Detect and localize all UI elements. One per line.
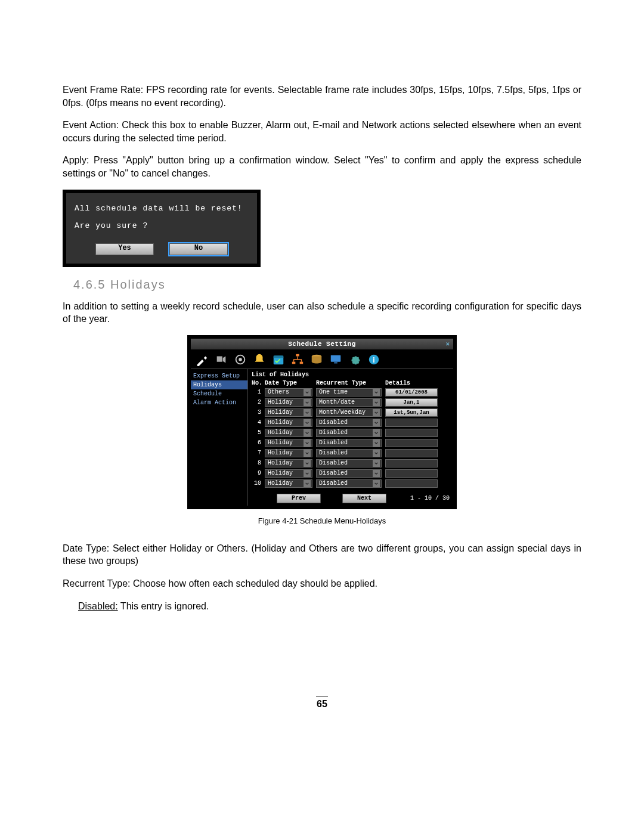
info-icon[interactable]: i [367,353,380,366]
details-button[interactable]: Jan,1 [385,398,438,407]
recurrent-type-dropdown[interactable]: Disabled [316,429,382,437]
recurrent-type-dropdown[interactable]: Month/date [316,398,382,407]
row-no: 7 [252,450,261,456]
row-no: 8 [252,460,261,466]
page-info: 1 - 10 / 30 [410,495,450,501]
paragraph-event-frame-rate: Event Frame Rate: FPS recording rate for… [63,83,581,109]
paragraph-recurrent-type: Recurrent Type: Choose how often each sc… [63,577,581,590]
chevron-down-icon [304,409,311,416]
list-title: List of Holidays [252,371,450,378]
svg-rect-5 [292,361,296,364]
recurrent-type-dropdown[interactable]: One time [316,388,382,397]
camera-icon[interactable] [215,353,228,366]
page-number: 65 [317,699,327,709]
header-details: Details [385,380,438,386]
date-type-dropdown[interactable]: Holiday [265,408,312,417]
window-title: Schedule Setting [288,340,356,348]
sidebar-item-alarm-action[interactable]: Alarm Action [191,398,247,407]
date-type-dropdown[interactable]: Holiday [265,469,312,478]
table-row: 8HolidayDisabled [252,459,450,467]
page-footer: 65 [63,696,581,710]
table-row: 4HolidayDisabled [252,419,450,427]
header-no: No. [252,380,261,386]
bell-icon[interactable] [253,353,266,366]
body-datetype: Select either Holiday or Others. (Holida… [63,543,581,566]
table-row: 7HolidayDisabled [252,449,450,457]
chevron-down-icon [373,439,380,447]
chevron-down-icon [373,389,380,396]
details-button[interactable]: 1st,Sun,Jan [385,408,438,417]
cursor-icon: ➤ [179,419,185,432]
recurrent-type-dropdown[interactable]: Disabled [316,449,382,457]
svg-point-1 [239,358,242,361]
row-no: 3 [252,409,261,416]
date-type-dropdown[interactable]: Holiday [265,398,312,407]
table-row: 3HolidayMonth/Weekday1st,Sun,Jan [252,408,450,417]
recurrent-type-dropdown[interactable]: Disabled [316,439,382,447]
confirm-line1: All schedule data will be reset! [75,204,249,213]
term-datetype: Date Type: [63,543,113,553]
chevron-down-icon [373,450,380,457]
sidebar-item-schedule[interactable]: Schedule [191,389,247,398]
header-date-type: Date Type [265,380,312,386]
confirm-dialog: All schedule data will be reset! Are you… [63,190,261,267]
disk-icon[interactable] [310,353,323,366]
table-row: 6HolidayDisabled [252,439,450,447]
date-type-dropdown[interactable]: Holiday [265,459,312,467]
record-icon[interactable] [234,353,247,366]
svg-rect-6 [300,361,304,364]
monitor-icon[interactable] [329,353,342,366]
no-button[interactable]: No [169,243,228,255]
yes-button[interactable]: Yes [95,243,154,255]
recurrent-type-dropdown[interactable]: Disabled [316,419,382,427]
recurrent-type-dropdown[interactable]: Month/Weekday [316,408,382,417]
gear-icon[interactable] [348,353,361,366]
close-icon[interactable]: ✕ [442,339,453,349]
row-no: 2 [252,399,261,405]
svg-rect-3 [274,355,284,358]
recurrent-type-dropdown[interactable]: Disabled [316,479,382,488]
chevron-down-icon [304,450,311,457]
network-icon[interactable] [291,353,304,366]
details-button [385,429,438,437]
row-no: 4 [252,419,261,426]
prev-button[interactable]: Prev [277,494,321,503]
chevron-down-icon [304,460,311,467]
section-title-holidays: 4.6.5 Holidays [73,278,581,292]
sidebar-item-express-setup[interactable]: Express Setup [191,371,247,380]
table-row: 1OthersOne time01/01/2008 [252,388,450,397]
details-button [385,469,438,478]
row-no: 5 [252,429,261,436]
date-type-dropdown[interactable]: Holiday [265,479,312,488]
chevron-down-icon [304,439,311,447]
next-button[interactable]: Next [342,494,386,503]
calendar-icon[interactable] [272,353,285,366]
toolbar: i [191,349,453,369]
schedule-setting-window: Schedule Setting ✕ i Express SetupHolida… [187,335,457,509]
chevron-down-icon [304,470,311,477]
date-type-dropdown[interactable]: Holiday [265,439,312,447]
sidebar-item-holidays[interactable]: Holidays [191,380,247,389]
paragraph-holidays-intro: In addition to setting a weekly record s… [63,300,581,326]
figure-caption: Figure 4-21 Schedule Menu-Holidays [63,516,581,525]
row-no: 9 [252,470,261,476]
sidebar: Express SetupHolidaysScheduleAlarm Actio… [191,369,248,506]
term-efr: Event Frame Rate: [63,85,146,95]
wand-icon[interactable] [196,353,209,366]
date-type-dropdown[interactable]: Holiday [265,429,312,437]
paragraph-apply: Apply: Press "Apply" button bring up a c… [63,154,581,179]
chevron-down-icon [304,429,311,436]
recurrent-type-dropdown[interactable]: Disabled [316,459,382,467]
term-disabled: Disabled: [78,601,118,611]
svg-text:i: i [373,355,374,364]
date-type-dropdown[interactable]: Holiday [265,419,312,427]
date-type-dropdown[interactable]: Holiday [265,449,312,457]
recurrent-type-dropdown[interactable]: Disabled [316,469,382,478]
date-type-dropdown[interactable]: Others [265,388,312,397]
details-button [385,439,438,447]
table-row: 5HolidayDisabled [252,429,450,437]
confirm-line2: Are you sure ? [75,221,249,230]
row-no: 10 [252,480,261,487]
details-button[interactable]: 01/01/2008 [385,388,438,397]
paragraph-event-action: Event Action: Check this box to enable B… [63,119,581,144]
